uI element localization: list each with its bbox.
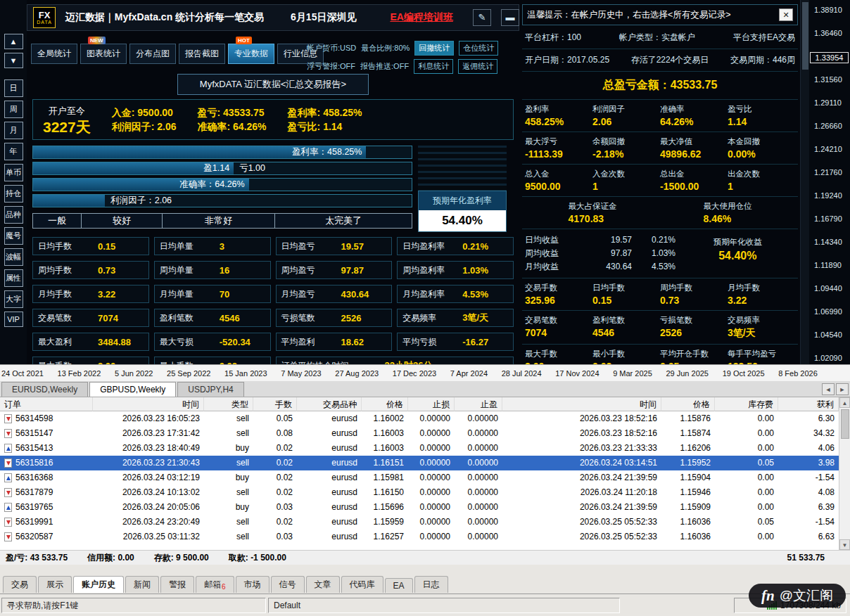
tab-chart-stats[interactable]: 图表统计NEW	[80, 44, 127, 64]
tip-text: 温馨提示：在帐户历史中，右击选择<所有交易记录>	[527, 9, 731, 21]
stat-label: 余额回撤	[592, 136, 660, 147]
order-cell: sell	[204, 426, 253, 441]
close-icon[interactable]: ✕	[779, 8, 793, 21]
chart-tab-usdjpy-h4[interactable]: USDJPY,H4	[177, 382, 243, 397]
drawdown-stats-button[interactable]: 回撤统计	[414, 41, 454, 56]
tab-report-screenshot[interactable]: 报告截图	[179, 44, 225, 64]
date-tick: 25 Sep 2022	[167, 369, 210, 378]
order-row[interactable]: 563205872026.03.25 03:11:32sell0.03eurus…	[0, 530, 839, 544]
minimize-icon[interactable]: ▬	[501, 9, 519, 26]
tab-global-stats[interactable]: 全局统计	[31, 44, 77, 64]
order-row[interactable]: 563154132026.03.23 18:40:49buy0.02eurusd…	[0, 441, 839, 456]
price-tick: 1.36460	[814, 29, 842, 37]
tab-distribution[interactable]: 分布点图	[129, 44, 176, 64]
orders-header-cell[interactable]: 交易品种	[297, 397, 362, 411]
bottom-tab-exposure[interactable]: 展示	[38, 576, 72, 593]
order-cell: 1.16206	[661, 441, 715, 456]
stat-label: 周均手数	[33, 264, 95, 276]
stats-panel-window: ▲ ▼ 日周月年单币持仓品种魔号波幅属性大字VIP FX DATA 迈汇数据｜M…	[0, 0, 850, 364]
bottom-tab-signals[interactable]: 信号	[271, 576, 305, 593]
orders-header-cell[interactable]: 止损	[408, 397, 455, 411]
titlebar: FX DATA 迈汇数据｜MyfxData.cn 统计分析每一笔交易 6月15日…	[27, 4, 519, 31]
orders-header-cell[interactable]: 手数	[253, 397, 297, 411]
date-tick: 19 Oct 2025	[723, 369, 765, 378]
total-pnl-label: 总盈亏金额：	[603, 79, 671, 91]
order-row[interactable]: 563151472026.03.23 17:31:42sell0.08eurus…	[0, 426, 839, 441]
order-row[interactable]: 563145982026.03.23 16:05:23sell0.05eurus…	[0, 411, 839, 426]
stat-label: 交易笔数	[33, 312, 95, 324]
bottom-tab-journal[interactable]: 日志	[414, 576, 448, 593]
rating-very-good: 非常好	[163, 213, 275, 229]
sidebar-item-volatility[interactable]: 波幅	[4, 248, 23, 266]
order-row[interactable]: 563178792026.03.24 10:13:02sell0.02eurus…	[0, 485, 839, 500]
interest-stats-button[interactable]: 利息统计	[414, 59, 453, 74]
profile-selector[interactable]: Default	[268, 598, 620, 613]
sidebar-item-position[interactable]: 持仓	[4, 185, 23, 203]
sidebar-item-single-currency[interactable]: 单币	[4, 164, 23, 181]
chart-tab-gbpusd-weekly[interactable]: GBPUSD,Weekly	[89, 382, 176, 397]
platform-info-line: 平台杠杆：100 帐户类型：实盘帐户 平台支持EA交易	[522, 27, 798, 49]
scrollbar-thumb[interactable]	[841, 409, 849, 439]
scroll-up-icon[interactable]: ▲	[4, 34, 23, 49]
bottom-tab-account-history[interactable]: 账户历史	[73, 576, 124, 593]
order-cell: 0.00000	[408, 426, 455, 441]
stat-value: -2.18%	[592, 148, 660, 160]
position-stats-button[interactable]: 仓位统计	[459, 41, 498, 56]
sidebar-item-year[interactable]: 年	[4, 143, 23, 160]
bars-zone: 盈利率：458.25%盈1.14亏1.00准确率：64.26%利润因子：2.06…	[32, 146, 514, 233]
summary-total: 51 533.75	[787, 553, 825, 563]
order-cell: 0.00000	[455, 530, 502, 544]
orders-header-cell[interactable]: 价格	[661, 397, 715, 411]
tabs-scroll-left-icon[interactable]: ◄	[822, 383, 835, 395]
trading-days: 存活了2224个交易日	[631, 54, 709, 66]
orders-header-cell[interactable]: 订单	[0, 397, 93, 411]
sidebar-item-large-font[interactable]: 大字	[4, 290, 23, 308]
orders-header-cell[interactable]: 价格	[362, 397, 408, 411]
order-id-cell: 56317879	[0, 485, 93, 500]
sidebar-item-magic[interactable]: 魔号	[4, 227, 23, 245]
sidebar-item-attribute[interactable]: 属性	[4, 269, 23, 287]
sidebar-item-week[interactable]: 周	[4, 101, 23, 118]
chart-tab-eurusd-weekly[interactable]: EURUSD,Weekly	[1, 382, 88, 397]
tab-pro-data[interactable]: 专业数据HOT	[228, 44, 274, 64]
bottom-tab-market[interactable]: 市场	[236, 576, 269, 593]
bottom-tab-news[interactable]: 新闻	[125, 576, 159, 593]
edit-icon[interactable]: ✎	[473, 9, 491, 26]
order-row[interactable]: 563197652026.03.24 20:05:06buy0.03eurusd…	[0, 500, 839, 515]
bottom-tab-alerts[interactable]: 警报	[160, 576, 194, 593]
account-info-line: 开户日期：2017.05.25 存活了2224个交易日 交易周期：446周	[522, 49, 798, 72]
orders-header-cell[interactable]: 库存费	[715, 397, 778, 411]
income-percent: 1.03%	[632, 247, 675, 260]
bottom-tab-trade[interactable]: 交易	[3, 576, 37, 593]
sidebar-item-vip[interactable]: VIP	[4, 312, 23, 327]
order-cell: -1.54	[778, 470, 839, 485]
promo-link[interactable]: EA编程培训班	[390, 11, 452, 24]
sidebar-item-symbol[interactable]: 品种	[4, 206, 23, 224]
bottom-tab-articles[interactable]: 文章	[306, 576, 340, 593]
sidebar-item-day[interactable]: 日	[4, 79, 23, 97]
orders-header-cell[interactable]: 类型	[204, 397, 253, 411]
scroll-down-icon[interactable]: ▼	[839, 539, 850, 550]
bottom-tab-mailbox[interactable]: 邮箱6	[196, 576, 234, 593]
order-row[interactable]: 563158162026.03.23 21:30:43sell0.02eurus…	[0, 456, 839, 470]
bottom-tab-ea[interactable]: EA	[385, 578, 413, 593]
scroll-up-icon[interactable]: ▲	[839, 397, 850, 408]
orders-header-cell[interactable]: 获利	[778, 397, 839, 411]
panel-scrollbar[interactable]	[800, 0, 809, 364]
order-id-cell: 56319991	[0, 515, 93, 530]
stat-label: 亏损笔数	[277, 312, 338, 324]
table-scrollbar[interactable]: ▲ ▼	[839, 397, 850, 550]
order-row[interactable]: 563199912026.03.24 23:20:49sell0.02eurus…	[0, 515, 839, 530]
stats-group: 最大手数3.00最小手数0.02平均开仓手数0.05每手平均盈亏133.56	[522, 345, 798, 364]
order-row[interactable]: 563163682026.03.24 03:12:19buy0.02eurusd…	[0, 470, 839, 485]
bottom-tab-codebase[interactable]: 代码库	[341, 576, 383, 593]
sidebar-item-month[interactable]: 月	[4, 122, 23, 139]
scrollbar-thumb[interactable]	[802, 2, 808, 70]
orders-header-cell[interactable]: 时间	[502, 397, 661, 411]
stat-value: 4546	[217, 313, 243, 323]
orders-header-cell[interactable]: 时间	[93, 397, 204, 411]
orders-header-cell[interactable]: 止盈	[455, 397, 502, 411]
tabs-scroll-right-icon[interactable]: ►	[836, 383, 849, 395]
scroll-down-icon[interactable]: ▼	[4, 53, 23, 68]
rebate-stats-button[interactable]: 返佣统计	[458, 59, 497, 74]
